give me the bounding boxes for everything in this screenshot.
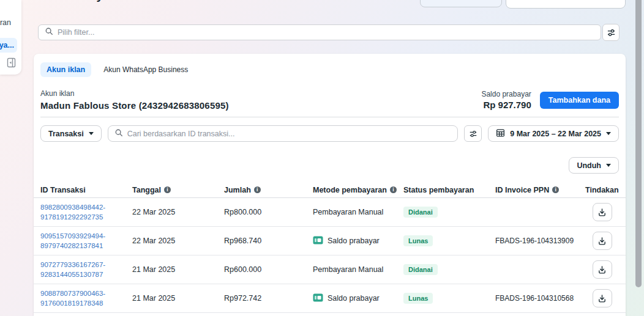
tab-akun-iklan[interactable]: Akun iklan bbox=[40, 62, 91, 77]
payment-method: Saldo prabayar bbox=[313, 236, 403, 246]
prepaid-balance: Saldo prabayar Rp 927.790 bbox=[481, 90, 531, 110]
calendar-icon bbox=[496, 128, 505, 139]
col-tindakan: Tindakan bbox=[585, 186, 619, 194]
header-button-partial-1[interactable] bbox=[420, 0, 502, 7]
transactions-body: 8982800938498442-9178191292292735 22 Mar… bbox=[34, 198, 626, 313]
sidebar: aran ya... bbox=[0, 0, 21, 75]
account-header: Akun iklan Madun Fablous Store (24329426… bbox=[34, 77, 626, 117]
chevron-down-icon bbox=[606, 132, 611, 135]
transaction-date: 21 Mar 2025 bbox=[132, 294, 224, 303]
table-row: 9088780737900463-9176001819178348 21 Mar… bbox=[34, 284, 626, 313]
sidebar-item-partial[interactable]: aran bbox=[0, 18, 11, 27]
account-type-label: Akun iklan bbox=[40, 89, 229, 98]
page-title: Pembayaran bbox=[56, 0, 136, 4]
sidebar-item-active-partial[interactable]: ya... bbox=[0, 38, 17, 53]
transaction-amount: Rp968.740 bbox=[224, 237, 313, 245]
collapse-sidebar-icon[interactable] bbox=[7, 57, 16, 70]
balance-label: Saldo prabayar bbox=[481, 90, 531, 98]
payment-method-label: Saldo prabayar bbox=[328, 294, 380, 303]
filter-input[interactable]: Pilih filter... bbox=[38, 24, 601, 40]
billing-card: Akun iklan Akun WhatsApp Business Akun i… bbox=[34, 54, 626, 316]
download-dropdown-button[interactable]: Unduh bbox=[569, 157, 619, 174]
col-tanggal: Tanggal bbox=[132, 186, 161, 194]
download-invoice-button[interactable] bbox=[593, 260, 612, 279]
account-name: Madun Fablous Store (2432942683806595) bbox=[40, 100, 229, 111]
status-badge: Lunas bbox=[403, 293, 433, 304]
info-icon[interactable] bbox=[552, 186, 559, 193]
vertical-scrollbar[interactable] bbox=[635, 0, 642, 287]
transaction-search-input[interactable]: Cari berdasarkan ID transaksi... bbox=[108, 125, 459, 142]
chevron-down-icon bbox=[89, 132, 94, 135]
info-icon[interactable] bbox=[254, 186, 261, 193]
table-row: 9072779336167267-9283144055130787 21 Mar… bbox=[34, 255, 626, 284]
transaction-date: 22 Mar 2025 bbox=[132, 208, 224, 216]
download-invoice-button[interactable] bbox=[593, 289, 612, 307]
payment-method: Pembayaran Manual bbox=[313, 208, 403, 216]
date-range-picker[interactable]: 9 Mar 2025 – 22 Mar 2025 bbox=[488, 125, 619, 142]
col-id-transaksi: ID Transaksi bbox=[40, 186, 86, 194]
search-icon bbox=[45, 27, 53, 38]
status-badge: Lunas bbox=[403, 235, 433, 246]
status-badge: Didanai bbox=[403, 207, 438, 218]
table-row: 9095157093929494-8979740282137841 22 Mar… bbox=[34, 227, 626, 255]
payment-method: Saldo prabayar bbox=[313, 293, 403, 304]
prepaid-balance-icon bbox=[313, 236, 323, 246]
transaction-id-link[interactable]: 9095157093929494-8979740282137841 bbox=[40, 231, 132, 251]
info-icon[interactable] bbox=[164, 186, 171, 193]
info-icon[interactable] bbox=[390, 186, 397, 193]
transaction-amount: Rp600.000 bbox=[224, 265, 313, 274]
prepaid-balance-icon bbox=[313, 293, 323, 304]
transactions-toolbar: Transaksi Cari berdasarkan ID transaksi.… bbox=[34, 117, 626, 150]
status-badge: Didanai bbox=[403, 264, 438, 275]
transaction-date: 22 Mar 2025 bbox=[132, 237, 224, 245]
table-header: ID Transaksi Tanggal Jumlah Metode pemba… bbox=[34, 182, 626, 198]
account-type-tabs: Akun iklan Akun WhatsApp Business bbox=[34, 54, 626, 77]
date-range-label: 9 Mar 2025 – 22 Mar 2025 bbox=[510, 130, 601, 138]
transaction-date: 21 Mar 2025 bbox=[132, 265, 224, 274]
download-invoice-button[interactable] bbox=[593, 203, 612, 221]
transaction-type-dropdown[interactable]: Transaksi bbox=[40, 125, 102, 142]
payment-method: Pembayaran Manual bbox=[313, 265, 403, 274]
add-funds-button[interactable]: Tambahkan dana bbox=[540, 92, 619, 109]
balance-value: Rp 927.790 bbox=[481, 100, 531, 110]
search-icon bbox=[114, 128, 123, 139]
col-status-pembayaran: Status pembayaran bbox=[403, 186, 474, 194]
col-metode-pembayaran: Metode pembayaran bbox=[313, 186, 387, 194]
payment-method-label: Saldo prabayar bbox=[328, 237, 380, 245]
payment-method-label: Pembayaran Manual bbox=[313, 265, 383, 274]
transaction-id-link[interactable]: 9072779336167267-9283144055130787 bbox=[40, 260, 132, 279]
filter-placeholder: Pilih filter... bbox=[58, 28, 94, 37]
header-button-partial-2[interactable] bbox=[506, 0, 626, 9]
table-row: 8982800938498442-9178191292292735 22 Mar… bbox=[34, 198, 626, 227]
search-settings-button[interactable] bbox=[464, 125, 482, 142]
transaction-id-link[interactable]: 8982800938498442-9178191292292735 bbox=[40, 202, 132, 222]
chevron-down-icon bbox=[606, 164, 611, 167]
invoice-id: FBADS-196-104310568 bbox=[495, 294, 585, 303]
tab-akun-whatsapp-business[interactable]: Akun WhatsApp Business bbox=[103, 65, 188, 74]
transaction-amount: Rp800.000 bbox=[224, 208, 313, 216]
invoice-id: FBADS-196-104313909 bbox=[495, 237, 585, 245]
col-jumlah: Jumlah bbox=[224, 186, 251, 194]
search-placeholder: Cari berdasarkan ID transaksi... bbox=[127, 130, 235, 138]
col-id-invoice-ppn: ID Invoice PPN bbox=[495, 186, 549, 194]
transaction-id-link[interactable]: 9088780737900463-9176001819178348 bbox=[40, 288, 132, 308]
transaction-amount: Rp972.742 bbox=[224, 294, 313, 303]
filter-settings-button[interactable] bbox=[602, 24, 620, 41]
payment-method-label: Pembayaran Manual bbox=[313, 208, 383, 216]
download-invoice-button[interactable] bbox=[593, 232, 612, 250]
